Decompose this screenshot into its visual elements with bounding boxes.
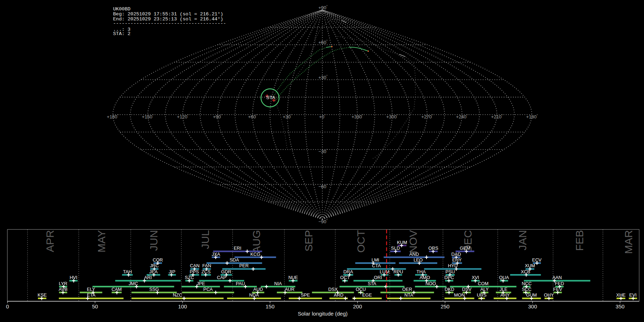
svg-text:SSG: SSG [149,287,159,292]
svg-text:QUA: QUA [499,275,509,280]
svg-text:------------------------------: --------------------------------------- [113,21,226,26]
svg-text:GDR: GDR [221,269,231,274]
svg-text:OHY: OHY [544,292,554,298]
svg-text:+210°: +210° [491,114,503,119]
svg-text:PAU: PAU [236,281,245,286]
svg-text:KSE: KSE [38,292,47,298]
svg-text:NTA: NTA [404,292,413,298]
svg-text:ARI: ARI [144,275,152,280]
svg-text:SLD: SLD [391,245,400,251]
svg-text:+300°: +300° [386,114,398,119]
svg-text:LUM: LUM [380,269,389,274]
svg-text:STA: STA [368,281,376,286]
svg-text:XHE: XHE [616,292,625,298]
svg-text:ELY: ELY [87,287,96,292]
svg-text:JUN: JUN [148,230,160,251]
svg-text:JLE: JLE [499,287,507,292]
svg-text:SZC: SZC [185,275,194,280]
svg-text:FEV: FEV [553,287,562,292]
svg-text:300: 300 [528,303,537,309]
svg-text:FAN: FAN [202,263,211,268]
svg-text:JXA: JXA [212,252,220,257]
svg-text:+120°: +120° [177,114,189,119]
svg-text:LYR: LYR [59,281,67,286]
svg-text:DSX: DSX [328,287,338,292]
svg-text:AHY: AHY [500,292,510,298]
svg-text:JMC: JMC [128,281,138,286]
svg-text:UK00BD: UK00BD [113,6,131,12]
svg-text:TAH: TAH [123,269,132,274]
svg-text:EGE: EGE [362,292,372,298]
svg-text:+270°: +270° [421,114,433,119]
svg-text:ETA: ETA [87,292,96,298]
svg-text:DPC: DPC [444,275,454,280]
svg-text:DSV: DSV [462,287,472,292]
svg-text:SCC: SCC [522,287,532,292]
svg-text:ERI: ERI [234,245,241,251]
svg-text:ECV: ECV [532,257,542,263]
svg-text:HVI: HVI [70,275,77,280]
svg-text:MAY: MAY [96,230,107,253]
svg-text:JUL: JUL [199,230,211,249]
svg-text:DKD: DKD [445,287,454,292]
svg-text:AUR: AUR [285,287,294,292]
svg-text:AVB: AVB [59,287,68,292]
svg-text:200: 200 [353,303,362,309]
svg-text:+180°: +180° [107,114,119,119]
svg-text:150: 150 [265,303,274,309]
svg-text:JRC: JRC [150,263,159,268]
svg-text:KUM: KUM [397,240,407,245]
svg-text:JEA: JEA [149,269,158,274]
svg-text:THA: THA [416,269,426,274]
svg-text:AUG: AUG [250,230,262,253]
svg-text:GUM: GUM [526,292,537,298]
svg-text:XCB: XCB [521,269,530,274]
svg-text:RPU: RPU [394,269,403,274]
svg-text:NUE: NUE [288,275,298,280]
svg-text:ORS: ORS [428,245,438,251]
svg-text:Beg: 20251029 17:55:31 (sol =: Beg: 20251029 17:55:31 (sol = 216.21°) [113,11,223,17]
svg-text:NZC: NZC [173,292,182,298]
svg-text:ALY: ALY [480,287,489,292]
svg-text:CTA: CTA [372,263,381,268]
svg-text:SEP: SEP [303,230,314,252]
svg-text:50: 50 [92,303,98,309]
svg-text:AMO: AMO [420,275,430,280]
svg-text:100: 100 [178,303,187,309]
svg-text:GEM: GEM [460,245,470,251]
svg-text:LMI: LMI [372,257,379,263]
svg-text:OCU: OCU [356,287,366,292]
svg-text:LEO: LEO [414,257,423,263]
svg-text:MAR: MAR [623,230,634,254]
svg-text:OCT: OCT [340,275,350,280]
svg-text:URS: URS [477,292,487,298]
svg-text:Solar longitude (deg): Solar longitude (deg) [298,311,347,317]
svg-text:NOV: NOV [407,230,419,253]
svg-text:ORI: ORI [374,275,382,280]
svg-text:FED: FED [555,281,564,286]
svg-text:SPE: SPE [301,292,310,298]
svg-text:PSU: PSU [445,269,455,274]
svg-text:XUM: XUM [525,263,535,268]
svg-text:STA: STA [266,95,275,100]
svg-text:CAP: CAP [217,275,226,280]
svg-text:STA: 2: STA: 2 [113,31,131,36]
svg-text:KCG: KCG [250,252,260,257]
svg-text:NIA: NIA [274,281,282,286]
svg-text:AUD: AUD [253,287,263,292]
svg-text:HYD: HYD [448,263,458,268]
svg-text:OER: OER [402,287,412,292]
svg-text:COR: COR [153,257,163,263]
svg-text:350: 350 [616,303,625,309]
svg-text:APR: APR [44,230,56,252]
svg-text:PPS: PPS [190,269,199,274]
svg-text:EHY: EHY [452,257,462,263]
svg-text:COM: COM [478,281,489,286]
svg-text:SDA: SDA [230,257,239,263]
svg-text:AAN: AAN [552,275,562,280]
svg-text:DAD: DAD [451,252,461,257]
svg-text:NDA: NDA [249,292,259,298]
svg-text:JAN: JAN [517,230,528,250]
svg-text:PCA: PCA [203,287,213,292]
svg-text:0: 0 [6,303,9,309]
